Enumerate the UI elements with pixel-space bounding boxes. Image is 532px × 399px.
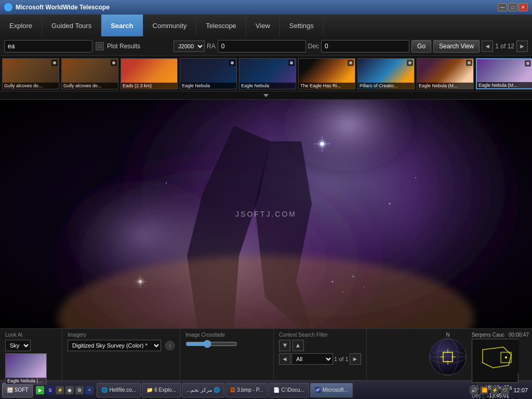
taskbar-wt[interactable]: 🌌 Microsoft... [310,383,353,397]
taskbar-paint[interactable]: 🖼 3.bmp - P... [225,383,268,397]
thumb-7[interactable]: Pillars of Creatio... [357,58,415,89]
next-page-button[interactable]: ► [516,41,528,52]
nav-item-telescope[interactable]: Telescope [196,15,246,36]
taskbar-icon-5[interactable]: ⚙ [75,386,84,394]
svg-point-4 [349,61,352,64]
navbar: Explore Guided Tours Search Community Te… [0,15,532,36]
thumb-label-4: Eagle Nebula [180,83,236,89]
nav-item-view[interactable]: View [246,15,280,36]
nav-label-view: View [256,22,270,30]
minimize-button[interactable]: — [498,3,507,11]
minimize-icon: — [500,5,505,10]
thumb-label-9: Eagle Nebula (M... [477,82,532,88]
north-label: N [446,332,450,338]
nav-item-settings[interactable]: Settings [280,15,324,36]
search-input[interactable] [4,40,92,52]
taskbar-docs[interactable]: 📄 C:\Docu... [269,383,309,397]
thumb-9[interactable]: Eagle Nebula (M... [476,58,532,89]
coord-system-select[interactable]: J2000 [174,41,205,52]
maximize-button[interactable]: □ [508,3,517,11]
minimap-svg [472,339,519,373]
prev-page-button[interactable]: ◄ [482,41,493,52]
imagery-select[interactable]: Digitized Sky Survey (Color) * [68,340,161,351]
timer-display: 00:00:47 [509,332,529,338]
svg-point-3 [290,61,293,64]
thumb-1[interactable]: Gully alcoves do... [2,58,59,89]
taskbar-helifile[interactable]: 🌐 Helifile.co... [97,383,141,397]
tray-icon-4[interactable]: 🛡 [501,386,509,394]
nav-item-explore[interactable]: Explore [0,15,42,36]
bottom-thumbnail[interactable]: Eagle Nebula (M... [5,353,47,384]
tray-icon-3[interactable]: ⚡ [490,386,499,394]
imagery-info-button[interactable]: i [165,341,175,350]
thumb-2[interactable]: Gully alcoves do... [61,58,118,89]
thumb-badge-1 [51,60,58,66]
main-view[interactable]: JSOFTJ.COM [0,100,532,328]
go-button[interactable]: Go [411,40,431,52]
search-toggle-button[interactable]: □ [96,42,104,50]
thumb-label-6: The Eagle Has Ri... [299,83,355,89]
ra-input[interactable] [218,40,306,52]
taskbar-icon-4[interactable]: ◉ [65,386,74,394]
thumb-label-1: Gully alcoves do... [3,83,59,89]
taskbar-icon-3[interactable]: ⚡ [56,386,64,394]
thumb-label-3: Eads (2.3 km) [121,83,177,89]
svg-point-0 [53,61,56,64]
nav-label-search: Search [111,22,133,30]
context-up-button[interactable]: ◄ [279,340,290,351]
crossfade-slider[interactable] [185,340,237,348]
plot-results-label: Plot Results [107,43,140,50]
expand-thumbnails-button[interactable] [0,91,532,100]
taskbar-wt-icon: 🌌 [315,387,321,393]
svg-point-6 [468,61,471,64]
searchbar: □ Plot Results J2000 RA Dec Go Search Vi… [0,36,532,56]
titlebar: Microsoft WorldWide Telescope — □ ✕ [0,0,532,15]
look-at-label: Look At [5,332,57,338]
close-button[interactable]: ✕ [518,3,528,11]
context-filter-select[interactable]: All [291,353,333,365]
svg-point-43 [505,356,507,358]
crossfade-label: Image Crossfade [185,332,268,338]
nav-item-community[interactable]: Community [143,15,197,36]
app-title: Microsoft WorldWide Telescope [16,4,497,11]
context-section: Context Search Filter ◄ ◄ ◄ All 1 of 1 ► [274,329,367,380]
taskbar-paint-icon: 🖼 [230,387,235,393]
context-down-button[interactable]: ◄ [292,340,304,351]
nav-label-telescope: Telescope [206,22,236,30]
nav-widget: N [425,329,532,380]
nav-item-guided-tours[interactable]: Guided Tours [42,15,101,36]
taskbar-icon-1[interactable]: ▶ [36,386,44,394]
context-label: Context Search Filter [279,332,361,338]
context-next-button[interactable]: ► [350,353,361,365]
tray-icon-1[interactable]: 🔊 [470,386,478,394]
svg-point-1 [112,61,115,64]
thumb-6[interactable]: The Eagle Has Ri... [298,58,355,89]
svg-marker-8 [263,94,269,97]
search-view-button[interactable]: Search View [433,40,480,52]
nav-item-search[interactable]: Search [101,15,143,36]
thumb-badge-9 [525,60,531,66]
thumb-badge-7 [407,60,413,66]
thumb-8[interactable]: Eagle Nebula (M... [417,58,474,89]
svg-point-2 [231,61,234,64]
dec-input[interactable] [321,40,409,52]
taskbar: 🪟 SOFT ▶ S ⚡ ◉ ⚙ » 🌐 Helifile.co... 📁 6 … [0,380,532,399]
taskbar-explorer[interactable]: 📁 6 Explo... [142,383,181,397]
look-at-select[interactable]: Sky [5,340,31,351]
taskbar-persian[interactable]: 🌐 مرکز نجم... [182,383,224,397]
crossfade-section: Image Crossfade [180,329,274,380]
thumb-5[interactable]: Eagle Nebula [239,58,296,89]
minimap-view[interactable] [472,339,518,383]
thumb-label-8: Eagle Nebula (M... [417,83,473,89]
taskbar-icon-2[interactable]: S [46,386,54,394]
thumb-4[interactable]: Eagle Nebula [180,58,237,89]
globe-widget[interactable] [429,338,468,377]
checkbox-icon: □ [98,43,101,49]
tray-icon-2[interactable]: 📶 [480,386,488,394]
start-button[interactable]: 🪟 SOFT [2,383,33,397]
context-prev-button[interactable]: ◄ [279,353,290,365]
thumb-3[interactable]: Eads (2.3 km) [121,58,178,89]
svg-point-29 [415,177,416,178]
maximize-icon: □ [511,5,514,10]
taskbar-icon-6[interactable]: » [85,386,94,394]
